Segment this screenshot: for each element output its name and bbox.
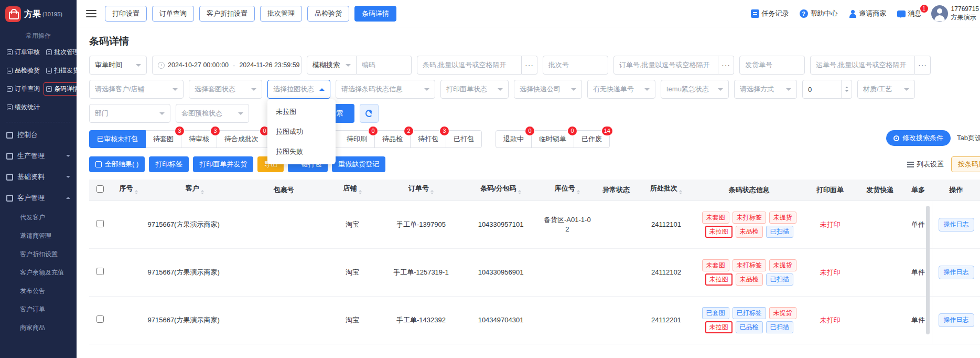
- select-all-rows-checkbox[interactable]: [96, 185, 104, 193]
- topnav-print-settings[interactable]: 打印设置: [105, 6, 147, 22]
- tab-settings-link[interactable]: Tab页设置: [957, 133, 980, 143]
- topbar-messages[interactable]: 消息1: [897, 9, 922, 18]
- print-sheet-status-select[interactable]: 打印面单状态: [440, 80, 509, 99]
- operation-log-button[interactable]: 操作日志: [939, 218, 974, 231]
- tab-audited-unpacked[interactable]: 已审核未打包: [89, 130, 146, 148]
- sidebar-submenu-customer-balance[interactable]: 客户余额及充值: [0, 264, 77, 282]
- modify-search-button[interactable]: 修改搜索条件: [886, 130, 951, 146]
- tab-packed[interactable]: 已打包: [446, 130, 482, 148]
- sidebar-submenu-invite-merchant[interactable]: 邀请商管理: [0, 227, 77, 245]
- method-select[interactable]: 请选择方式: [734, 80, 797, 99]
- tab-to-pack[interactable]: 待打包3: [410, 130, 446, 148]
- col-customer[interactable]: 客户: [146, 180, 244, 201]
- waybill-more-button[interactable]: ···: [915, 56, 931, 75]
- pull-image-status-select[interactable]: 选择拉图状态: [267, 80, 330, 99]
- sidebar-submenu-customer-orders[interactable]: 客户订单: [0, 300, 77, 319]
- tab-refunding[interactable]: 退款中0: [496, 130, 532, 148]
- col-shop[interactable]: 店铺: [324, 180, 381, 201]
- has-tracking-select[interactable]: 有无快递单号: [587, 80, 655, 99]
- sidebar-shortcut-order-query[interactable]: 订单查询: [4, 82, 42, 96]
- sort-icon[interactable]: [577, 188, 580, 196]
- sidebar-submenu-customer-discount[interactable]: 客户折扣设置: [0, 245, 77, 264]
- row-checkbox[interactable]: [96, 315, 104, 323]
- fuzzy-search-select[interactable]: 模糊搜索: [307, 56, 357, 75]
- sidebar-menu-base-data[interactable]: 基础资料: [0, 166, 77, 187]
- quantity-input[interactable]: 0: [802, 80, 852, 99]
- waybill-no-input[interactable]: 运单号,批量以逗号或空格隔开: [810, 56, 915, 75]
- user-menu[interactable]: 17769715 方果演示: [931, 5, 979, 22]
- tab-to-print[interactable]: 待印刷0: [339, 130, 375, 148]
- tab-to-set-image[interactable]: 待套图3: [145, 130, 181, 148]
- fuzzy-search-input[interactable]: 编码: [357, 56, 412, 75]
- all-results-button[interactable]: 全部结果( ): [89, 156, 145, 172]
- dropdown-option[interactable]: 拉图失败: [267, 142, 336, 162]
- topnav-barcode-detail[interactable]: 条码详情: [354, 6, 396, 22]
- date-range-input[interactable]: 2024-10-27 00:00:00 - 2024-11-26 23:59:5…: [152, 56, 301, 75]
- barcode-more-button[interactable]: ···: [522, 56, 537, 75]
- customer-shop-select[interactable]: 请选择客户/店铺: [89, 80, 184, 99]
- sidebar-submenu-merchant-products[interactable]: 商家商品: [0, 319, 77, 337]
- list-settings-link[interactable]: 列表设置: [907, 160, 944, 169]
- topbar-invite[interactable]: 邀请商家: [848, 9, 887, 18]
- col-index[interactable]: 序号: [112, 180, 146, 201]
- dropdown-option[interactable]: 拉图成功: [267, 122, 336, 142]
- operation-log-button[interactable]: 操作日志: [939, 266, 974, 279]
- sidebar-shortcut-batch-manage[interactable]: 批次管理: [44, 46, 77, 59]
- sort-icon[interactable]: [518, 188, 521, 196]
- set-image-status-select[interactable]: 选择套图状态: [189, 80, 262, 99]
- topnav-batch-manage[interactable]: 批次管理: [260, 6, 302, 22]
- col-batch[interactable]: 所处批次: [639, 180, 694, 201]
- topnav-customer-discount[interactable]: 客户折扣设置: [199, 6, 255, 22]
- order-more-button[interactable]: ···: [718, 56, 734, 75]
- batch-no-input[interactable]: 批次号: [543, 56, 608, 75]
- col-location[interactable]: 库位号: [541, 180, 594, 201]
- sidebar-menu-customer-manage[interactable]: 客户管理: [0, 187, 77, 208]
- topbar-help[interactable]: 帮助中心: [800, 9, 838, 18]
- operation-log-button[interactable]: 操作日志: [939, 313, 974, 327]
- sidebar-shortcut-performance[interactable]: 绩效统计: [4, 101, 42, 114]
- row-checkbox[interactable]: [96, 220, 104, 227]
- sort-icon[interactable]: [679, 188, 682, 196]
- precheck-status-select[interactable]: 套图预检状态: [176, 104, 249, 123]
- material-select[interactable]: 材质/工艺: [857, 80, 915, 99]
- department-select[interactable]: 部门: [89, 104, 170, 123]
- tab-voided[interactable]: 已作废14: [574, 130, 610, 148]
- topbar-tasks[interactable]: 任务记录: [751, 9, 789, 18]
- sort-icon[interactable]: [359, 188, 362, 196]
- sidebar-shortcut-barcode-detail[interactable]: 条码详情: [44, 82, 77, 96]
- topnav-order-query[interactable]: 订单查询: [152, 6, 194, 22]
- express-company-select[interactable]: 选择快递公司: [514, 80, 582, 99]
- col-barcode[interactable]: 条码/分包码: [461, 180, 541, 201]
- tab-to-inspect[interactable]: 待品检2: [374, 130, 411, 148]
- barcode-input[interactable]: 条码,批量以逗号或空格隔开: [417, 56, 522, 75]
- brand-logo[interactable]: 方果 (10195): [0, 0, 77, 26]
- quantity-stepper[interactable]: [841, 80, 852, 98]
- display-mode-button[interactable]: 按条码展示: [951, 156, 980, 172]
- redo-shortage-button[interactable]: 重做缺货登记: [332, 156, 385, 172]
- tab-to-merge-batch[interactable]: 待合成批次0: [217, 130, 266, 148]
- sidebar-menu-production[interactable]: 生产管理: [0, 145, 77, 166]
- sidebar-shortcut-quality-inspect[interactable]: 品检验货: [4, 64, 42, 77]
- print-label-button[interactable]: 打印标签: [149, 156, 189, 172]
- sidebar-menu-console[interactable]: 控制台: [0, 124, 77, 145]
- refresh-button[interactable]: [360, 104, 379, 123]
- row-checkbox[interactable]: [96, 268, 104, 275]
- hamburger-icon[interactable]: [86, 10, 96, 17]
- sidebar-submenu-publish-notice[interactable]: 发布公告: [0, 282, 77, 300]
- sidebar-shortcut-scan-ship[interactable]: 扫描发货: [44, 64, 77, 77]
- sort-icon[interactable]: [135, 188, 138, 196]
- sidebar-submenu-agent-customers[interactable]: 代发客户: [0, 208, 77, 227]
- select-all-checkbox[interactable]: [95, 161, 102, 167]
- sort-icon[interactable]: [430, 188, 434, 196]
- temu-urgent-select[interactable]: temu紧急状态: [661, 80, 729, 99]
- tab-to-audit[interactable]: 待审核3: [181, 130, 217, 148]
- sidebar-shortcut-order-audit[interactable]: 订单审核: [4, 46, 42, 59]
- print-sheet-ship-button[interactable]: 打印面单并发货: [193, 156, 253, 172]
- order-no-input[interactable]: 订单号,批量以逗号或空格隔开: [613, 56, 718, 75]
- table-scrollbar[interactable]: [926, 206, 930, 334]
- dropdown-option[interactable]: 未拉图: [267, 102, 336, 122]
- barcode-status-select[interactable]: 请选择条码状态信息: [336, 80, 435, 99]
- tab-temp-lock[interactable]: 临时锁单0: [531, 130, 574, 148]
- audit-time-select[interactable]: 审单时间: [89, 56, 147, 75]
- topnav-quality-check[interactable]: 品检验货: [307, 6, 349, 22]
